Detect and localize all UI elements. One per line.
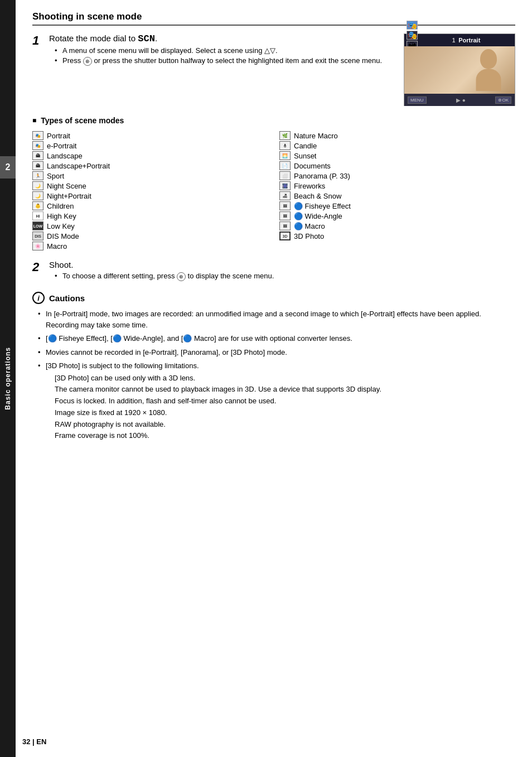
scene-portrait: 🎭 Portrait [32, 131, 268, 141]
candle-icon: 🕯 [279, 141, 291, 150]
scene-fisheye: 🖼 🔵 Fisheye Effect [279, 201, 515, 211]
step-1-content: Rotate the mode dial to SCN. A menu of s… [49, 33, 515, 106]
camera-icon-2: 🎭 [407, 31, 418, 40]
beach-snow-icon: 🏖 [279, 191, 291, 200]
caution-item-1: In [e-Portrait] mode, two images are rec… [38, 308, 515, 330]
cautions-section: i Cautions In [e-Portrait] mode, two ima… [32, 292, 515, 442]
scene-night-portrait: 🌙 Night+Portrait [32, 191, 268, 201]
caution-sub-1: [3D Photo] can be used only with a 3D le… [55, 373, 515, 384]
3d-photo-icon: 3D [279, 232, 291, 240]
step-1-bullets: A menu of scene menu will be displayed. … [49, 46, 393, 66]
night-label: Night Scene [47, 182, 86, 190]
portrait-icon: 🎭 [32, 131, 43, 140]
documents-label: Documents [294, 162, 331, 170]
camera-preview-label: 1 Portrait [420, 37, 512, 44]
camera-icon-1: 🎭 [407, 21, 418, 30]
caution-sub-4: Image size is fixed at 1920 × 1080. [55, 407, 515, 419]
scene-types-title: Types of scene modes [32, 116, 515, 125]
sunset-icon: 🌅 [279, 151, 291, 160]
scene-high-key: HI High Key [32, 211, 268, 221]
scene-sport: 🏃 Sport [32, 171, 268, 181]
children-icon: 👶 [32, 201, 43, 210]
e-portrait-label: e-Portrait [47, 142, 76, 150]
panorama-label: Panorama (P. 33) [294, 172, 350, 180]
scn-label: SCN [138, 33, 155, 44]
cautions-list: In [e-Portrait] mode, two images are rec… [32, 308, 515, 442]
sunset-label: Sunset [294, 152, 316, 160]
camera-preview-bottom: MENU ▶ ● ⊛OK [404, 94, 515, 106]
children-label: Children [47, 202, 74, 210]
scene-documents: 📄 Documents [279, 161, 515, 171]
scene-candle: 🕯 Candle [279, 141, 515, 151]
camera-preview-num: 1 [452, 37, 456, 44]
fireworks-label: Fireworks [294, 182, 325, 190]
scene-dis: DIS DIS Mode [32, 231, 268, 241]
caution-sub-5: RAW photography is not available. [55, 419, 515, 431]
camera-ok-btn: ⊛OK [495, 97, 511, 104]
night-icon: 🌙 [32, 181, 43, 190]
fisheye-label: 🔵 Fisheye Effect [294, 202, 351, 210]
caution-item-4: [3D Photo] is subject to the following l… [38, 360, 515, 442]
sport-label: Sport [47, 172, 64, 180]
step-1-bullet-2: Press ⊛ or press the shutter button half… [55, 56, 393, 66]
night-portrait-label: Night+Portrait [47, 192, 91, 200]
dis-icon: DIS [32, 232, 43, 240]
step-1-number: 1 [32, 33, 43, 48]
scene-nature-macro: 🌿 Nature Macro [279, 131, 515, 141]
scene-left-column: 🎭 Portrait 🎭 e-Portrait 🏔 Landscape 🏔 La… [32, 131, 268, 251]
scene-panorama: ⬜ Panorama (P. 33) [279, 171, 515, 181]
wide-angle-label: 🔵 Wide-Angle [294, 212, 342, 220]
caution-sub-6: Frame coverage is not 100%. [55, 430, 515, 442]
macro-icon: 🌸 [32, 242, 43, 250]
chapter-number: 2 [0, 156, 16, 179]
landscape-portrait-label: Landscape+Portrait [47, 162, 110, 170]
camera-image [404, 46, 515, 94]
caution-item-2: [🔵 Fisheye Effect], [🔵 Wide-Angle], and … [38, 333, 515, 344]
panorama-icon: ⬜ [279, 171, 291, 180]
3d-photo-label: 3D Photo [294, 232, 324, 240]
night-portrait-icon: 🌙 [32, 191, 43, 200]
scene-3d-photo: 3D 3D Photo [279, 231, 515, 241]
scene-landscape-portrait: 🏔 Landscape+Portrait [32, 161, 268, 171]
step-2-title: Shoot. [49, 260, 515, 269]
fisheye-icon: 🖼 [279, 201, 291, 210]
cautions-label: Cautions [49, 293, 85, 303]
press-text: Press [62, 56, 81, 65]
landscape-portrait-icon: 🏔 [32, 161, 43, 170]
beach-snow-label: Beach & Snow [294, 192, 341, 200]
scene-macro: 🌸 Macro [32, 241, 268, 251]
scene-right-column: 🌿 Nature Macro 🕯 Candle 🌅 Sunset 📄 Docum… [279, 131, 515, 251]
sidebar: 2 Basic operations [0, 0, 16, 757]
step-1-bullet-1: A menu of scene menu will be displayed. … [55, 46, 393, 55]
landscape-label: Landscape [47, 152, 83, 160]
candle-label: Candle [294, 142, 317, 150]
main-content: Shooting in scene mode 1 Rotate the mode… [16, 0, 532, 461]
step-2-number: 2 [32, 260, 43, 274]
low-key-icon: LOW [32, 221, 43, 230]
dis-label: DIS Mode [47, 232, 79, 240]
low-key-label: Low Key [47, 222, 75, 230]
macro-label: Macro [47, 242, 67, 250]
high-key-label: High Key [47, 212, 76, 220]
camera-preview-title: Portrait [458, 37, 480, 44]
page-number: 32 | EN [22, 737, 46, 746]
portrait-face [473, 49, 504, 91]
scene-wide-angle: 🖼 🔵 Wide-Angle [279, 211, 515, 221]
scene-e-portrait: 🎭 e-Portrait [32, 141, 268, 151]
portrait-label: Portrait [47, 132, 70, 140]
scene-low-key: LOW Low Key [32, 221, 268, 231]
scene-beach-snow: 🏖 Beach & Snow [279, 191, 515, 201]
cautions-title: i Cautions [32, 292, 515, 304]
scene-grid: 🎭 Portrait 🎭 e-Portrait 🏔 Landscape 🏔 La… [32, 131, 515, 251]
e-portrait-icon: 🎭 [32, 141, 43, 150]
macro-conv-icon: 🖼 [279, 221, 291, 230]
camera-arrow-icon: ▶ ● [456, 97, 466, 103]
scene-fireworks: 🎆 Fireworks [279, 181, 515, 191]
camera-preview-top: 🎭 🎭 🏔 🏔 1 Portrait [404, 34, 515, 46]
camera-preview: 🎭 🎭 🏔 🏔 1 Portrait [404, 33, 515, 106]
sidebar-label: Basic operations [4, 347, 12, 410]
ok-btn-icon-2: ⊛ [177, 272, 186, 281]
fireworks-icon: 🎆 [279, 181, 291, 190]
section-title: Shooting in scene mode [32, 11, 515, 26]
step-2-bullet-1: To choose a different setting, press ⊛ t… [55, 272, 515, 281]
